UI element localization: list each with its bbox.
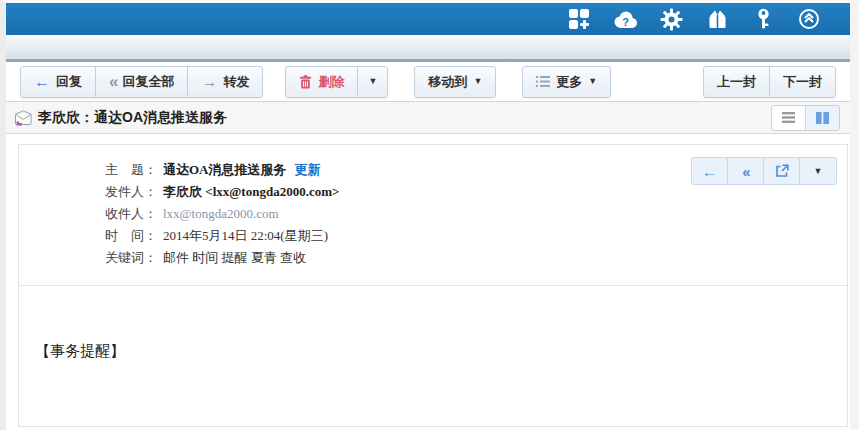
to-label: 收件人： (105, 203, 163, 225)
previous-mail-button[interactable]: 上一封 (704, 67, 770, 97)
top-app-bar: ? (6, 3, 850, 35)
list-view-icon (782, 112, 795, 123)
more-button[interactable]: 更多 ▼ (523, 67, 610, 97)
list-icon (536, 76, 550, 87)
settings-icon[interactable] (648, 8, 694, 31)
reply-action-button[interactable]: ← (692, 158, 728, 184)
secondary-bar (6, 35, 850, 62)
more-group: 更多 ▼ (522, 66, 611, 98)
forward-button[interactable]: → 转发 (188, 67, 262, 97)
previous-mail-label: 上一封 (717, 73, 756, 91)
reply-all-button[interactable]: « 回复全部 (96, 67, 188, 97)
collapse-icon[interactable] (786, 8, 832, 30)
more-actions-button[interactable]: ▼ (800, 158, 836, 184)
update-link[interactable]: 更新 (295, 159, 321, 181)
external-link-icon (775, 164, 789, 178)
next-mail-button[interactable]: 下一封 (770, 67, 835, 97)
apps-icon[interactable] (556, 8, 602, 31)
reply-arrow-icon: ← (702, 164, 717, 179)
reply-label: 回复 (56, 73, 82, 91)
delete-button-group: 删除 ▼ (285, 66, 388, 98)
caret-down-icon: ▼ (368, 77, 377, 86)
caret-down-icon: ▼ (814, 167, 823, 176)
reply-button[interactable]: ← 回复 (21, 67, 96, 97)
reply-all-label: 回复全部 (122, 73, 174, 91)
reply-all-arrow-icon: « (109, 73, 116, 90)
move-to-label: 移动到 (428, 73, 467, 91)
keywords-label: 关键词： (105, 247, 163, 269)
reply-all-arrow-icon: « (742, 164, 748, 179)
time-label: 时 间： (105, 225, 163, 247)
detail-row-keywords: 关键词： 邮件 时间 提醒 夏青 查收 (19, 247, 837, 269)
subject-label: 主 题： (105, 159, 163, 181)
move-to-group: 移动到 ▼ (414, 66, 496, 98)
reply-arrow-icon: ← (34, 74, 50, 90)
from-label: 发件人： (105, 181, 163, 203)
next-mail-label: 下一封 (783, 73, 822, 91)
body-line: 【事务提醒】 (35, 341, 831, 362)
view-toggle-group (771, 105, 840, 131)
cloud-help-icon[interactable]: ? (602, 10, 648, 29)
detail-row-time: 时 间： 2014年5月14日 22:04(星期三) (19, 225, 837, 247)
forward-label: 转发 (223, 73, 249, 91)
envelope-replied-icon (14, 110, 34, 126)
mail-action-group: ← « ▼ (691, 157, 837, 185)
gift-icon[interactable] (694, 9, 740, 30)
key-icon[interactable] (740, 8, 786, 30)
mail-subject-title: 李欣欣：通达OA消息推送服务 (38, 109, 227, 127)
detail-row-to: 收件人： lxx@tongda2000.com (19, 203, 837, 225)
mail-detail-panel: 主 题： 通达OA消息推送服务 更新 发件人： 李欣欣 <lxx@tongda2… (18, 144, 848, 427)
mail-body: 【事务提醒】 [电子邮件] 提醒内容：请查收我的邮件！ 主题：通用OA产品部/测… (19, 286, 847, 427)
from-value: 李欣欣 <lxx@tongda2000.com> (163, 181, 339, 203)
mail-detail-header: 主 题： 通达OA消息推送服务 更新 发件人： 李欣欣 <lxx@tongda2… (19, 145, 847, 279)
delete-label: 删除 (318, 73, 344, 91)
more-label: 更多 (556, 73, 582, 91)
subject-value: 通达OA消息推送服务 (163, 159, 287, 181)
mail-toolbar: ← 回复 « 回复全部 → 转发 (6, 62, 850, 102)
caret-down-icon: ▼ (588, 77, 597, 86)
mail-subject-bar: 李欣欣：通达OA消息推送服务 (6, 102, 850, 134)
body-line (35, 404, 831, 425)
open-new-window-button[interactable] (764, 158, 800, 184)
list-view-button[interactable] (772, 106, 806, 130)
delete-button[interactable]: 删除 (286, 67, 358, 97)
delete-dropdown-button[interactable]: ▼ (358, 67, 387, 97)
column-view-icon (816, 112, 829, 124)
caret-down-icon: ▼ (473, 77, 482, 86)
prev-next-group: 上一封 下一封 (703, 66, 836, 98)
reply-all-action-button[interactable]: « (728, 158, 764, 184)
move-to-button[interactable]: 移动到 ▼ (415, 67, 495, 97)
svg-text:?: ? (622, 15, 629, 27)
forward-arrow-icon: → (201, 74, 217, 90)
trash-icon (299, 75, 312, 89)
time-value: 2014年5月14日 22:04(星期三) (163, 225, 328, 247)
reply-button-group: ← 回复 « 回复全部 → 转发 (20, 66, 263, 98)
to-value[interactable]: lxx@tongda2000.com (163, 203, 279, 225)
keywords-value: 邮件 时间 提醒 夏青 查收 (163, 247, 306, 269)
column-view-button[interactable] (806, 106, 839, 130)
app-window: ? (0, 0, 859, 430)
